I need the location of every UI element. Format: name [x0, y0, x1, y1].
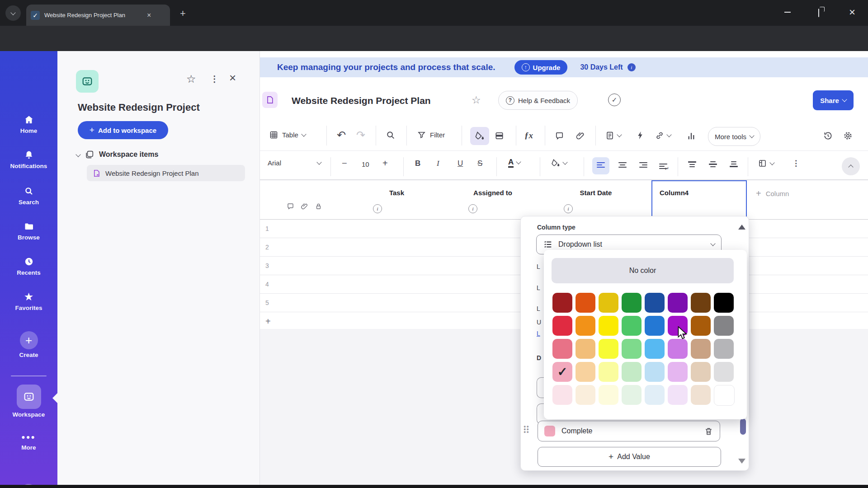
color-swatch[interactable] — [599, 339, 618, 359]
help-feedback-button[interactable]: ? Help & Feedback — [498, 91, 578, 110]
color-swatch[interactable] — [691, 316, 711, 336]
column-header-task[interactable]: Task — [348, 189, 445, 197]
column-header-start-date[interactable]: Start Date — [540, 189, 651, 197]
color-swatch[interactable] — [552, 385, 572, 405]
align-left-button[interactable] — [597, 161, 605, 169]
color-swatch[interactable] — [714, 339, 734, 359]
partial-link[interactable]: L — [537, 330, 540, 337]
color-swatch[interactable] — [622, 316, 642, 336]
browser-tab[interactable]: ✓ Website Redesign Project Plan × — [26, 5, 170, 26]
text-color-button[interactable]: A — [508, 158, 520, 168]
formula-button[interactable]: ƒx — [524, 131, 533, 141]
tab-search-button[interactable] — [5, 5, 21, 21]
workspace-item-sheet[interactable]: Website Redesign Project Plan — [87, 165, 245, 181]
font-size-increase[interactable]: + — [382, 158, 388, 169]
strikethrough-button[interactable]: S — [477, 159, 482, 168]
color-swatch[interactable] — [622, 339, 642, 359]
redo-button[interactable]: ↷ — [356, 129, 365, 141]
more-tools-button[interactable]: More tools — [708, 127, 760, 146]
panel-close-icon[interactable]: × — [229, 71, 236, 85]
add-value-button[interactable]: + Add Value — [538, 447, 721, 467]
drag-handle-icon[interactable]: ●●●●●● — [524, 425, 530, 433]
color-swatch[interactable] — [691, 385, 711, 405]
bold-button[interactable]: B — [415, 159, 420, 168]
color-swatch[interactable] — [645, 316, 665, 336]
color-swatch[interactable] — [668, 362, 688, 382]
valign-top-button[interactable] — [688, 160, 696, 169]
italic-button[interactable]: I — [437, 159, 439, 168]
cell-format-button[interactable] — [758, 159, 774, 168]
color-swatch[interactable] — [576, 339, 595, 359]
settings-button[interactable] — [843, 131, 853, 141]
color-swatch[interactable] — [576, 362, 595, 382]
color-swatch[interactable] — [645, 339, 665, 359]
font-size-decrease[interactable]: − — [342, 158, 347, 169]
comment-button[interactable] — [554, 131, 565, 141]
color-swatch[interactable] — [599, 293, 618, 313]
font-size-value[interactable]: 10 — [362, 160, 369, 168]
panel-kebab-icon[interactable]: ⋮ — [210, 74, 219, 84]
window-close-button[interactable]: × — [849, 6, 855, 19]
color-swatch[interactable] — [645, 293, 665, 313]
color-swatch[interactable] — [714, 293, 734, 313]
color-swatch[interactable] — [691, 339, 711, 359]
new-tab-button[interactable]: + — [180, 8, 186, 19]
column-info-icon[interactable]: i — [468, 204, 477, 213]
color-swatch[interactable] — [576, 293, 595, 313]
color-swatch[interactable] — [645, 362, 665, 382]
color-swatch[interactable] — [599, 362, 618, 382]
panel-star-icon[interactable]: ☆ — [186, 73, 196, 85]
column-info-icon[interactable]: i — [373, 204, 382, 213]
align-center-button[interactable] — [618, 161, 627, 169]
search-sheet-button[interactable] — [385, 130, 396, 141]
font-family-select[interactable]: Arial — [268, 159, 321, 167]
sidebar-item-workspace[interactable]: Workspace — [0, 385, 57, 418]
sidebar-item-search[interactable]: Search — [0, 186, 57, 206]
sidebar-item-create[interactable]: + Create — [0, 331, 57, 358]
format-overflow-kebab-icon[interactable]: ⋮ — [792, 159, 800, 168]
row-format-button[interactable] — [494, 131, 505, 141]
color-swatch[interactable] — [599, 385, 618, 405]
align-right-button[interactable] — [639, 161, 647, 169]
attachment-button[interactable] — [575, 131, 585, 141]
link-tools-button[interactable] — [655, 131, 671, 141]
color-swatch[interactable] — [691, 293, 711, 313]
color-swatch[interactable]: ✓ — [552, 362, 572, 382]
view-switcher-table[interactable]: Table — [269, 130, 306, 140]
paint-bucket-button[interactable] — [474, 131, 485, 141]
undo-button[interactable]: ↶ — [337, 129, 346, 141]
scroll-down-arrow[interactable] — [738, 459, 745, 464]
color-swatch[interactable] — [622, 385, 642, 405]
window-restore-button[interactable] — [818, 9, 819, 17]
color-swatch[interactable] — [668, 385, 688, 405]
valign-middle-button[interactable] — [709, 160, 717, 169]
info-icon[interactable]: i — [627, 63, 636, 71]
color-swatch[interactable] — [622, 362, 642, 382]
dropdown-value-row[interactable]: Complete — [538, 421, 720, 441]
sidebar-item-favorites[interactable]: ★ Favorites — [0, 291, 57, 311]
color-swatch[interactable] — [714, 385, 735, 406]
favorite-star-icon[interactable]: ☆ — [472, 94, 481, 106]
color-swatch[interactable] — [552, 293, 572, 313]
document-tools-button[interactable] — [605, 131, 621, 141]
color-swatch[interactable] — [668, 293, 688, 313]
popup-scrollbar-thumb[interactable] — [740, 418, 746, 435]
color-swatch[interactable] — [645, 385, 665, 405]
color-swatch[interactable] — [714, 362, 734, 382]
automation-button[interactable] — [635, 130, 646, 141]
chevron-down-icon[interactable] — [75, 152, 80, 157]
history-button[interactable] — [823, 131, 833, 141]
scroll-up-arrow[interactable] — [738, 225, 745, 230]
wrap-text-button[interactable]: ↵ — [659, 161, 669, 172]
trash-icon[interactable] — [704, 427, 713, 436]
share-button[interactable]: Share — [813, 90, 854, 110]
sidebar-item-home[interactable]: Home — [0, 114, 57, 134]
color-swatch[interactable] — [691, 362, 711, 382]
color-swatch[interactable] — [552, 316, 572, 336]
column-info-icon[interactable]: i — [564, 204, 573, 213]
color-swatch[interactable] — [576, 385, 595, 405]
color-swatch[interactable] — [622, 293, 642, 313]
filter-button[interactable]: Filter — [417, 130, 445, 140]
valign-bottom-button[interactable] — [730, 160, 738, 169]
chart-button[interactable] — [686, 131, 697, 141]
